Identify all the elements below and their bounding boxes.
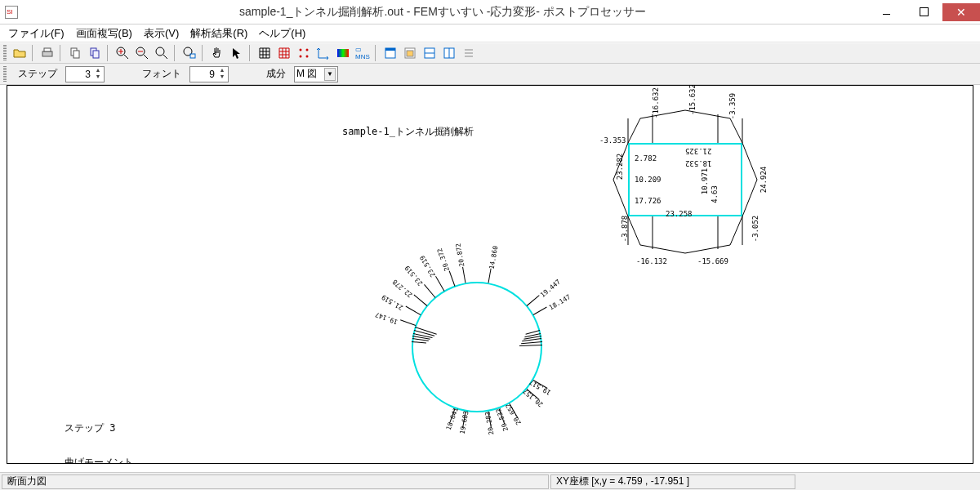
rect-val: 23.282 bbox=[616, 154, 624, 180]
svg-point-13 bbox=[156, 47, 164, 56]
window2-icon[interactable] bbox=[401, 44, 419, 62]
info-step: ステップ 3 bbox=[65, 422, 171, 434]
rect-val: -15.669 bbox=[697, 257, 728, 265]
tunnel-value-label: 20.872 bbox=[454, 243, 466, 267]
grid-red-icon[interactable] bbox=[275, 44, 293, 62]
svg-point-17 bbox=[300, 49, 302, 51]
tunnel-value-label: 19.683 bbox=[459, 411, 470, 435]
tunnel-diagram: 19.14721.51922.27823.51923.51920.37220.8… bbox=[395, 249, 559, 464]
svg-point-19 bbox=[300, 56, 302, 58]
zoom-in-icon[interactable] bbox=[114, 44, 131, 62]
rect-val: -3.878 bbox=[621, 216, 629, 243]
menu-result[interactable]: 解析結果(R) bbox=[185, 24, 252, 42]
print-icon[interactable] bbox=[38, 44, 56, 62]
font-spinner[interactable]: ▲▼ bbox=[189, 66, 229, 82]
pan-icon[interactable] bbox=[208, 44, 226, 62]
tunnel-value-label: 19.447 bbox=[540, 278, 563, 299]
menu-screencopy[interactable]: 画面複写(B) bbox=[71, 24, 137, 42]
tunnel-value-label: 21.519 bbox=[381, 293, 405, 311]
window3-icon[interactable] bbox=[421, 44, 439, 62]
tunnel-value-label: 18.147 bbox=[548, 294, 572, 312]
tunnel-value-label: 14.860 bbox=[488, 245, 499, 270]
list-icon[interactable] bbox=[460, 44, 478, 62]
step-spin-buttons[interactable]: ▲▼ bbox=[92, 67, 104, 82]
rect-val: 23.258 bbox=[666, 210, 693, 218]
status-coord: XY座標 [x,y = 4.759 , -17.951 ] bbox=[550, 474, 795, 489]
menu-help[interactable]: ヘルプ(H) bbox=[254, 24, 310, 42]
font-spin-buttons[interactable]: ▲▼ bbox=[216, 67, 228, 82]
rect-val: 17.726 bbox=[635, 197, 662, 205]
svg-line-14 bbox=[163, 55, 167, 59]
step-input[interactable] bbox=[66, 69, 92, 80]
rect-val: -15.632 bbox=[688, 85, 697, 115]
svg-rect-5 bbox=[93, 51, 99, 58]
axis-icon[interactable] bbox=[314, 44, 332, 62]
frame-diagram: -3.353 -16.632 -15.632 -3.359 23.282 2.7… bbox=[595, 102, 775, 265]
svg-rect-3 bbox=[74, 51, 79, 58]
plot-canvas[interactable]: sample-1_トンネル掘削解析 ステップ 3 曲げモーメント 最大値 = 2… bbox=[7, 85, 973, 464]
rect-val: -3.353 bbox=[599, 136, 626, 145]
rect-val: 10.209 bbox=[635, 176, 662, 184]
font-input[interactable] bbox=[190, 69, 216, 80]
svg-point-18 bbox=[306, 49, 309, 51]
minimize-button[interactable] bbox=[867, 3, 905, 21]
tunnel-value-label: 20.283 bbox=[484, 411, 496, 435]
plot-title: sample-1_トンネル掘削解析 bbox=[342, 125, 474, 139]
pointer-icon[interactable] bbox=[228, 44, 246, 62]
svg-rect-27 bbox=[407, 51, 413, 56]
copy-icon[interactable] bbox=[66, 44, 84, 62]
tunnel-value-label: 20.372 bbox=[436, 247, 451, 272]
plot-info: ステップ 3 曲げモーメント 最大値 = 2.352E+01 最小値 =-2.3… bbox=[65, 399, 171, 464]
toolbar-main: ▭MNS bbox=[0, 42, 980, 64]
rect-val: 4.63 bbox=[710, 185, 719, 203]
title-bar: sample-1_トンネル掘削解析.out - FEMすいすい -応力変形- ポ… bbox=[0, 0, 980, 24]
menu-file[interactable]: ファイル(F) bbox=[3, 24, 69, 42]
toolbar-grip bbox=[3, 45, 7, 61]
copy2-icon[interactable] bbox=[86, 44, 104, 62]
tunnel-value-label: 18.641 bbox=[444, 407, 459, 431]
svg-point-20 bbox=[306, 56, 309, 58]
menu-bar: ファイル(F) 画面複写(B) 表示(V) 解析結果(R) ヘルプ(H) bbox=[0, 24, 980, 42]
rect-val: 2.782 bbox=[635, 154, 657, 163]
svg-rect-23 bbox=[337, 49, 349, 57]
close-button[interactable] bbox=[942, 3, 980, 21]
toolbar-options: ステップ ▲▼ フォント ▲▼ 成分 M 図 ▼ bbox=[0, 64, 980, 85]
rect-val: 18.532 bbox=[685, 159, 712, 167]
chevron-down-icon[interactable]: ▼ bbox=[324, 68, 336, 81]
app-icon bbox=[5, 6, 18, 19]
svg-line-7 bbox=[124, 55, 128, 59]
info-type: 曲げモーメント bbox=[65, 457, 171, 464]
rect-val: -3.052 bbox=[751, 216, 760, 243]
zoom-out-icon[interactable] bbox=[133, 44, 151, 62]
tunnel-value-label: 22.278 bbox=[391, 278, 414, 298]
step-spinner[interactable]: ▲▼ bbox=[65, 66, 105, 82]
open-icon[interactable] bbox=[11, 44, 29, 62]
maximize-button[interactable] bbox=[905, 3, 942, 21]
grid-icon[interactable] bbox=[256, 44, 274, 62]
rect-val: 10.971 bbox=[701, 168, 709, 195]
font-label: フォント bbox=[139, 67, 185, 81]
menu-view[interactable]: 表示(V) bbox=[139, 24, 184, 42]
rect-val: -16.632 bbox=[652, 87, 660, 118]
svg-line-11 bbox=[144, 55, 148, 59]
rect-val: 24.924 bbox=[760, 167, 768, 194]
rect-val: 21.325 bbox=[685, 147, 712, 155]
step-label: ステップ bbox=[15, 67, 60, 81]
tunnel-value-label: 19.147 bbox=[374, 310, 399, 325]
mns-icon[interactable]: ▭MNS bbox=[354, 44, 372, 62]
zoom-window-icon[interactable] bbox=[180, 44, 198, 62]
rect-val: -3.359 bbox=[728, 93, 737, 120]
nodes-icon[interactable] bbox=[295, 44, 313, 62]
status-bar: 断面力図 XY座標 [x,y = 4.759 , -17.951 ] bbox=[0, 472, 980, 490]
component-combo[interactable]: M 図 ▼ bbox=[294, 66, 338, 82]
zoom-fit-icon[interactable] bbox=[153, 44, 171, 62]
window-title: sample-1_トンネル掘削解析.out - FEMすいすい -応力変形- ポ… bbox=[18, 5, 867, 20]
window1-icon[interactable] bbox=[381, 44, 399, 62]
rect-val: -16.132 bbox=[636, 257, 667, 265]
component-label: 成分 bbox=[263, 67, 289, 81]
rainbow-icon[interactable] bbox=[334, 44, 352, 62]
window4-icon[interactable] bbox=[440, 44, 458, 62]
tunnel-value-label: 23.519 bbox=[419, 254, 437, 278]
svg-rect-1 bbox=[44, 48, 51, 51]
svg-rect-25 bbox=[385, 48, 395, 51]
